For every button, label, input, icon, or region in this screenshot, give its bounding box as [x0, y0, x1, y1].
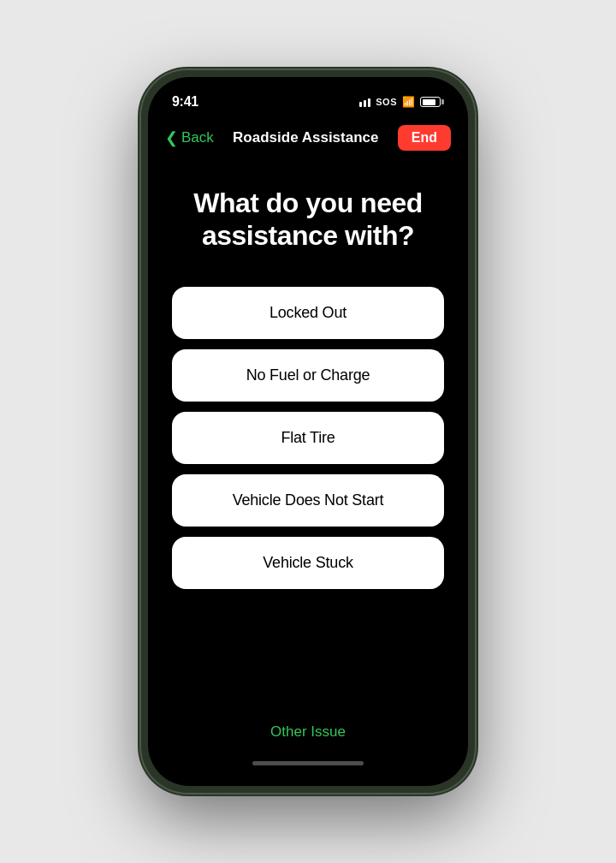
option-no-start[interactable]: Vehicle Does Not Start	[172, 474, 444, 527]
wifi-icon: 📶	[402, 96, 415, 108]
home-indicator	[252, 761, 364, 765]
phone-device: 9:41 SOS 📶 ❮	[141, 70, 475, 793]
status-time: 9:41	[172, 94, 198, 110]
option-flat-tire[interactable]: Flat Tire	[172, 412, 444, 464]
nav-bar: ❮ Back Roadside Assistance End	[148, 122, 468, 161]
back-button[interactable]: ❮ Back	[165, 129, 214, 147]
dynamic-island	[257, 87, 359, 116]
option-no-fuel[interactable]: No Fuel or Charge	[172, 349, 444, 402]
battery-icon	[420, 97, 444, 107]
back-label: Back	[181, 129, 214, 146]
other-issue-button[interactable]: Other Issue	[270, 723, 346, 741]
page-headline: What do you need assistance with?	[172, 187, 444, 253]
bottom-area: Other Issue	[148, 710, 468, 786]
options-list: Locked Out No Fuel or Charge Flat Tire V…	[172, 287, 444, 589]
sos-label: SOS	[376, 97, 397, 107]
nav-title: Roadside Assistance	[233, 129, 378, 146]
main-content: What do you need assistance with? Locked…	[148, 161, 468, 710]
phone-screen: 9:41 SOS 📶 ❮	[148, 77, 468, 786]
chevron-left-icon: ❮	[165, 128, 178, 147]
status-icons: SOS 📶	[355, 96, 444, 108]
option-locked-out[interactable]: Locked Out	[172, 287, 444, 339]
end-button[interactable]: End	[398, 125, 451, 151]
option-stuck[interactable]: Vehicle Stuck	[172, 537, 444, 589]
